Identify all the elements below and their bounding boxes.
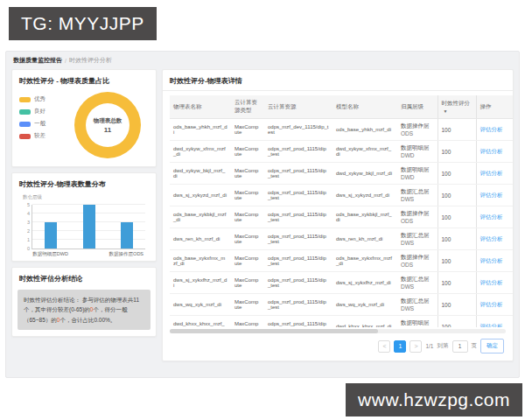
cell-layer: 数据汇总层DWS	[397, 294, 438, 316]
legend-item[interactable]: 较差	[19, 132, 65, 140]
table-header-row: 物理表名称 云计算资源类型 云计算资源 模型名称 归属层级 时效性评分▼ 操作	[170, 95, 513, 119]
col-header-resource: 云计算资源	[264, 95, 332, 119]
goto-page-input[interactable]	[452, 340, 468, 353]
evaluate-analysis-link[interactable]: 评估分析	[480, 323, 503, 328]
layer-code: ODS	[401, 262, 434, 268]
cell-resource: odps_mzf_prod_1115/dip_test	[264, 272, 332, 294]
prev-page-button[interactable]: <	[378, 340, 390, 353]
cell-model-name: ods_base_xykbkjl_mzf_di	[332, 206, 397, 228]
confirm-button[interactable]: 确定	[480, 339, 504, 354]
evaluate-analysis-link[interactable]: 评估分析	[480, 279, 503, 285]
layer-name: 数据明细层	[401, 319, 430, 326]
panel-conclusion: 时效性评估分析结论 时效性评估分析结论： 参与评估的物理表共11个，其中得分较差…	[11, 267, 157, 337]
cell-score: 100	[438, 228, 476, 250]
breadcrumb-parent[interactable]: 数据质量监控报告	[13, 56, 62, 65]
cell-table-name: ods_base_xykbkjl_mzf_di	[170, 206, 231, 228]
app-frame: 数据质量监控报告 / 时效性评分分析 时效性评分 - 物理表质量占比 优秀良好一…	[5, 51, 520, 378]
col-header-layer: 归属层级	[397, 95, 438, 119]
layer-code: DWS	[401, 240, 434, 246]
evaluate-analysis-link[interactable]: 评估分析	[480, 235, 503, 242]
cell-score: 100	[438, 294, 476, 316]
detail-table-wrap: 物理表名称 云计算资源类型 云计算资源 模型名称 归属层级 时效性评分▼ 操作 …	[163, 91, 513, 327]
layer-name: 数据汇总层	[401, 232, 430, 238]
table-row: dwd_xykyw_bkjl_mzf_diMaxComputeodps_mzf_…	[170, 163, 513, 185]
cell-resource: odps_mzf_prod_1115/dip_test	[264, 206, 332, 228]
legend-item[interactable]: 优秀	[19, 95, 65, 103]
cell-table-name: ods_base_yhkh_mzf_di	[170, 119, 231, 141]
cell-resource-type: MaxCompute	[231, 185, 264, 206]
cell-resource: odps_mzf_dev_1115/dip_test	[264, 119, 332, 141]
cell-table-name: dwd_khxx_khxx_mzf_di	[170, 316, 231, 328]
breadcrumb: 数据质量监控报告 / 时效性评分分析	[6, 52, 519, 69]
cell-model-name: ods_base_xykxfmx_mzf_di	[332, 250, 397, 272]
cell-resource: odps_mzf_prod_1115/dip_test	[264, 316, 332, 328]
legend-swatch	[19, 109, 31, 115]
evaluate-analysis-link[interactable]: 评估分析	[480, 301, 503, 307]
cell-score: 100	[438, 272, 476, 294]
evaluate-analysis-link[interactable]: 评估分析	[480, 192, 503, 198]
cell-layer: 数据明细层DWD	[397, 141, 438, 163]
filter-icon[interactable]: ▼	[444, 108, 448, 114]
cell-model-name: dws_sj_xykxfhz_mzf_di	[332, 272, 397, 294]
breadcrumb-separator: /	[65, 58, 66, 64]
legend-label: 一般	[34, 120, 46, 128]
layer-code: DWD	[401, 174, 434, 180]
layer-code: DWD	[401, 152, 434, 158]
cell-table-name: dwd_xykyw_xfmx_mzf_di	[170, 141, 231, 163]
evaluate-analysis-link[interactable]: 评估分析	[480, 214, 503, 220]
legend-label: 优秀	[34, 95, 46, 103]
cell-score: 100	[438, 206, 476, 228]
bar-axis-hint: 数仓层级	[23, 194, 147, 200]
next-page-button[interactable]: >	[410, 340, 422, 353]
cell-resource: odps_mzf_prod_1115/dip_test	[264, 185, 332, 206]
cell-layer: 数据操作层ODS	[397, 250, 438, 272]
table-row: dws_ren_kh_mzf_diMaxComputeodps_mzf_prod…	[170, 228, 513, 250]
legend-item[interactable]: 一般	[19, 120, 65, 128]
cell-table-name: dwd_xykyw_bkjl_mzf_di	[170, 163, 231, 185]
score-header-label: 时效性评分	[442, 100, 471, 106]
cell-resource-type: MaxCompute	[231, 119, 264, 141]
legend-item[interactable]: 良好	[19, 108, 65, 116]
cell-action: 评估分析	[476, 294, 513, 316]
horizontal-scrollbar[interactable]	[170, 329, 506, 333]
cell-model-name: ods_base_yhkh_mzf_di	[332, 119, 397, 141]
cell-layer: 数据明细层DWD	[397, 163, 438, 185]
y-tick-label: 5	[21, 202, 30, 207]
cell-score: 100	[438, 163, 476, 185]
conclusion-body: 时效性评估分析结论： 参与评估的物理表共11个，其中得分较差(0-65)的0个，…	[12, 288, 156, 336]
goto-unit: 页	[472, 342, 478, 350]
legend-label: 较差	[34, 132, 46, 140]
layer-code: DWS	[401, 284, 434, 290]
cell-layer: 数据操作层ODS	[397, 206, 438, 228]
cell-table-name: dws_sj_xykxfhz_mzf_di	[170, 272, 231, 294]
table-row: ods_base_xykbkjl_mzf_diMaxComputeodps_mz…	[170, 206, 513, 228]
evaluate-analysis-link[interactable]: 评估分析	[480, 126, 503, 132]
pie-chart: 优秀良好一般较差 物理表总数 11	[12, 90, 156, 165]
evaluate-analysis-link[interactable]: 评估分析	[480, 148, 503, 154]
evaluate-analysis-link[interactable]: 评估分析	[480, 170, 503, 176]
cell-action: 评估分析	[476, 141, 513, 163]
table-row: dwd_khxx_khxx_mzf_diMaxComputeodps_mzf_p…	[170, 316, 513, 328]
cell-model-name: dwd_khxx_khxx_mzf_di	[332, 316, 397, 328]
page-number-button[interactable]: 1	[394, 340, 406, 353]
y-tick-label: 2	[21, 228, 30, 234]
goto-label: 到第	[438, 342, 449, 350]
layer-name: 数据操作层	[401, 210, 430, 216]
pie-legend: 优秀良好一般较差	[19, 92, 65, 158]
panel-detail: 时效性评分-物理表详情 物理表名称 云计算资源类型 云计算资源	[162, 69, 514, 361]
table-row: dws_sj_xykyzd_mzf_diMaxComputeodps_mzf_p…	[170, 185, 513, 206]
cell-layer: 数据汇总层DWS	[397, 185, 438, 206]
table-row: dwd_xykyw_xfmx_mzf_diMaxComputeodps_mzf_…	[170, 141, 513, 163]
cell-score: 100	[438, 185, 476, 206]
cell-model-name: dws_wq_xyk_mzf_di	[332, 294, 397, 316]
watermark-bottom-right: www.hzwzpg.com	[346, 383, 522, 416]
legend-label: 良好	[34, 108, 46, 116]
col-header-resource-type: 云计算资源类型	[231, 95, 264, 119]
table-row: ods_base_yhkh_mzf_diMaxComputeodps_mzf_d…	[170, 119, 513, 141]
cell-table-name: ods_base_xykxfmx_mzf_di	[170, 250, 231, 272]
cell-resource-type: MaxCompute	[231, 228, 264, 250]
content: 时效性评分 - 物理表质量占比 优秀良好一般较差 物理表总数 11 时效性评分	[6, 69, 519, 361]
scrollbar-thumb[interactable]	[170, 329, 378, 333]
right-column: 时效性评分-物理表详情 物理表名称 云计算资源类型 云计算资源	[162, 69, 514, 361]
evaluate-analysis-link[interactable]: 评估分析	[480, 257, 503, 263]
